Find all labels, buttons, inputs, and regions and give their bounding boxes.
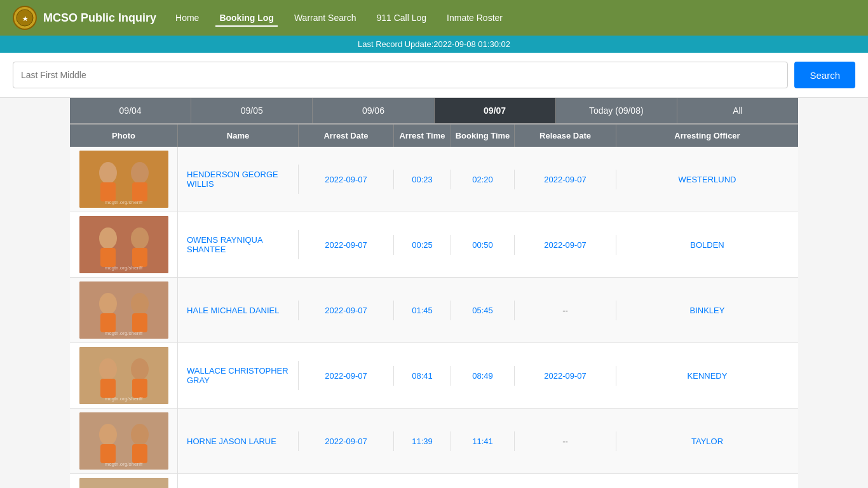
nav-warrant-search[interactable]: Warrant Search xyxy=(290,10,360,25)
inmate-photo[interactable]: mcgtn.org/sheriff xyxy=(79,347,168,404)
nav-links: Home Booking Log Warrant Search 911 Call… xyxy=(172,13,506,23)
cell-arrest-date: 2022-09-07 xyxy=(299,366,394,386)
photo-watermark: mcgtn.org/sheriff xyxy=(79,265,168,271)
nav-911-call-log[interactable]: 911 Call Log xyxy=(372,10,430,25)
cell-name: HALE MICHAEL DANIEL xyxy=(178,301,299,320)
svg-rect-17 xyxy=(132,313,147,332)
col-headers: Photo Name Arrest Date Arrest Time Booki… xyxy=(70,123,798,147)
data-rows: mcgtn.org/sheriff HENDERSON GEORGE WILLI… xyxy=(70,147,798,488)
cell-photo: mcgtn.org/sheriff xyxy=(70,343,178,408)
cell-booking-time: 00:50 xyxy=(451,235,515,255)
photo-watermark: mcgtn.org/sheriff xyxy=(79,200,168,205)
photo-watermark: mcgtn.org/sheriff xyxy=(79,396,168,402)
cell-officer: BINKLEY xyxy=(616,301,798,320)
svg-point-9 xyxy=(99,227,117,249)
nav-booking-log[interactable]: Booking Log xyxy=(215,10,278,27)
cell-arrest-time: 11:39 xyxy=(394,431,451,451)
col-arrest-date: Arrest Date xyxy=(299,125,394,147)
cell-release-date: 2022-09-07 xyxy=(515,170,616,189)
svg-point-11 xyxy=(131,227,149,249)
table-row: mcgtn.org/sheriff TEEPLE DRE 2022-09-07 … xyxy=(70,474,798,488)
cell-arrest-time: 01:45 xyxy=(394,301,451,320)
table-row: mcgtn.org/sheriff WALLACE CHRISTOPHER GR… xyxy=(70,343,798,409)
inmate-name-link[interactable]: WALLACE CHRISTOPHER GRAY xyxy=(187,366,288,385)
search-input[interactable] xyxy=(13,62,788,88)
inmate-photo[interactable]: mcgtn.org/sheriff xyxy=(79,151,168,208)
cell-arrest-time: 08:41 xyxy=(394,366,451,386)
cell-booking-time: 11:41 xyxy=(451,431,515,451)
cell-photo: mcgtn.org/sheriff xyxy=(70,474,178,488)
photo-watermark: mcgtn.org/sheriff xyxy=(79,330,168,336)
inmate-photo[interactable]: mcgtn.org/sheriff xyxy=(79,478,168,488)
update-banner: Last Record Update:2022-09-08 01:30:02 xyxy=(0,36,868,53)
brand-link[interactable]: ★ MCSO Public Inquiry xyxy=(13,6,156,30)
svg-rect-28 xyxy=(79,478,168,488)
date-tab-0904[interactable]: 09/04 xyxy=(70,98,191,123)
svg-point-19 xyxy=(99,358,117,380)
table-row: mcgtn.org/sheriff OWENS RAYNIQUA SHANTEE… xyxy=(70,212,798,278)
cell-name: HORNE JASON LARUE xyxy=(178,431,299,451)
brand-title: MCSO Public Inquiry xyxy=(43,11,156,25)
inmate-name-link[interactable]: HORNE JASON LARUE xyxy=(187,437,276,446)
col-name: Name xyxy=(178,125,299,147)
svg-point-24 xyxy=(99,424,117,445)
svg-rect-25 xyxy=(100,444,116,463)
svg-rect-5 xyxy=(100,182,116,201)
svg-rect-15 xyxy=(100,313,116,332)
date-tab-all[interactable]: All xyxy=(677,98,798,123)
svg-rect-20 xyxy=(100,379,116,398)
table-row: mcgtn.org/sheriff HORNE JASON LARUE 2022… xyxy=(70,409,798,474)
cell-release-date: -- xyxy=(515,431,616,451)
photo-watermark: mcgtn.org/sheriff xyxy=(79,461,168,467)
svg-rect-27 xyxy=(132,444,147,463)
update-text: Last Record Update:2022-09-08 01:30:02 xyxy=(358,39,510,49)
col-officer: Arresting Officer xyxy=(616,125,798,147)
table-row: mcgtn.org/sheriff HENDERSON GEORGE WILLI… xyxy=(70,147,798,212)
cell-arrest-time: 00:23 xyxy=(394,170,451,189)
inmate-name-link[interactable]: HENDERSON GEORGE WILLIS xyxy=(187,170,278,189)
inmate-name-link[interactable]: HALE MICHAEL DANIEL xyxy=(187,306,279,315)
cell-officer: KENNEDY xyxy=(616,366,798,386)
svg-rect-22 xyxy=(132,379,147,398)
cell-booking-time: 05:45 xyxy=(451,301,515,320)
search-button[interactable]: Search xyxy=(794,62,855,88)
cell-name: OWENS RAYNIQUA SHANTEE xyxy=(178,230,299,259)
col-photo: Photo xyxy=(70,125,178,147)
cell-name: WALLACE CHRISTOPHER GRAY xyxy=(178,361,299,390)
nav-home[interactable]: Home xyxy=(172,10,203,25)
cell-arrest-time: 00:25 xyxy=(394,235,451,255)
cell-officer: BOLDEN xyxy=(616,235,798,255)
date-tabs: 09/04 09/05 09/06 09/07 Today (09/08) Al… xyxy=(70,98,798,123)
svg-point-16 xyxy=(131,293,149,315)
nav-inmate-roster[interactable]: Inmate Roster xyxy=(443,10,506,25)
brand-logo: ★ xyxy=(13,6,37,30)
date-tab-0907[interactable]: 09/07 xyxy=(435,98,556,123)
cell-booking-time: 08:49 xyxy=(451,366,515,386)
date-tab-today[interactable]: Today (09/08) xyxy=(556,98,677,123)
col-booking-time: Booking Time xyxy=(451,125,515,147)
date-tab-0906[interactable]: 09/06 xyxy=(313,98,434,123)
date-tab-0905[interactable]: 09/05 xyxy=(191,98,313,123)
inmate-photo[interactable]: mcgtn.org/sheriff xyxy=(79,281,168,339)
cell-photo: mcgtn.org/sheriff xyxy=(70,147,178,212)
cell-officer: TAYLOR xyxy=(616,431,798,451)
table-row: mcgtn.org/sheriff HALE MICHAEL DANIEL 20… xyxy=(70,278,798,343)
col-arrest-time: Arrest Time xyxy=(394,125,451,147)
cell-name: HENDERSON GEORGE WILLIS xyxy=(178,165,299,194)
navbar: ★ MCSO Public Inquiry Home Booking Log W… xyxy=(0,0,868,36)
svg-point-4 xyxy=(99,162,117,184)
svg-rect-12 xyxy=(132,248,147,267)
cell-officer: WESTERLUND xyxy=(616,170,798,189)
cell-photo: mcgtn.org/sheriff xyxy=(70,278,178,342)
svg-rect-7 xyxy=(132,182,147,201)
cell-photo: mcgtn.org/sheriff xyxy=(70,212,178,277)
cell-arrest-date: 2022-09-07 xyxy=(299,301,394,320)
cell-release-date: 2022-09-07 xyxy=(515,235,616,255)
inmate-photo[interactable]: mcgtn.org/sheriff xyxy=(79,412,168,470)
cell-photo: mcgtn.org/sheriff xyxy=(70,409,178,473)
inmate-name-link[interactable]: OWENS RAYNIQUA SHANTEE xyxy=(187,235,262,254)
inmate-photo[interactable]: mcgtn.org/sheriff xyxy=(79,216,168,273)
cell-booking-time: 02:20 xyxy=(451,170,515,189)
svg-text:★: ★ xyxy=(22,15,29,22)
cell-release-date: -- xyxy=(515,301,616,320)
